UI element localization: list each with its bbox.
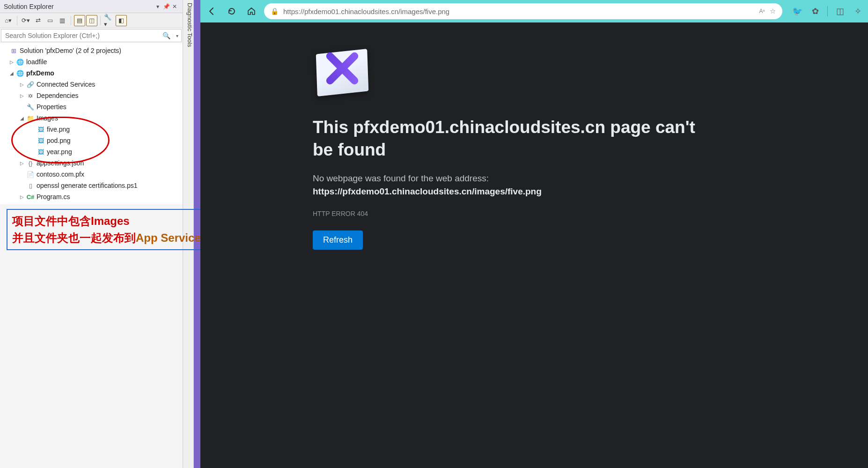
solution-explorer-toolbar: ⌂▾ ⟳▾ ⇄ ▭ ▥ ▤ ◫ 🔧▾ ◧ [0,13,183,28]
project-pfxdemo[interactable]: ◢ 🌐 pfxDemo [0,67,183,79]
broken-page-icon [313,46,374,97]
home-view-button[interactable]: ⌂▾ [3,15,14,26]
show-all-button[interactable]: ▥ [57,15,68,26]
expand-icon[interactable]: ▷ [19,93,25,98]
tree-item-label: Dependencies [37,92,79,99]
browser-toolbar: 🔒 https://pfxdemo01.chinacloudsites.cn/i… [200,0,868,22]
file-contoso-pfx[interactable]: ▷ 📄 contoso.com.pfx [0,169,183,180]
pane-divider[interactable] [194,0,200,468]
file-openssl-ps1[interactable]: ▷ ▯ openssl generate certifications.ps1 [0,180,183,191]
node-connected-services[interactable]: ▷ 🔗 Connected Services [0,79,183,90]
swap-button[interactable]: ⇄ [32,15,44,26]
address-bar[interactable]: 🔒 https://pfxdemo01.chinacloudsites.cn/i… [264,3,782,19]
tree-item-label: appsettings.json [37,159,84,167]
file-five-png[interactable]: ▷ 🖼 five.png [0,124,183,135]
error-url: https://pfxdemo01.chinacloudsites.cn/ima… [313,186,868,197]
favorite-star-icon[interactable]: ☆ [770,7,776,15]
arrow-left-icon [207,7,217,16]
search-dropdown-icon[interactable]: ▾ [173,33,181,38]
error-code: HTTP ERROR 404 [313,210,868,217]
node-properties[interactable]: ▷ 🔧 Properties [0,101,183,112]
toolbar-separator [17,16,17,25]
refresh-nav-button[interactable] [225,4,239,18]
image-file-icon: 🖼 [37,125,45,134]
image-file-icon: 🖼 [37,148,45,156]
error-subtitle: No webpage was found for the web address… [313,173,868,184]
track-button[interactable]: ◫ [86,15,97,26]
refresh-icon [227,7,236,16]
toolbar-separator [827,6,828,16]
tree-item-label: Images [37,114,58,122]
web-project-icon: 🌐 [16,58,24,66]
image-file-icon: 🖼 [37,136,45,145]
collections-icon[interactable]: ✧ [852,6,863,17]
csharp-file-icon: C# [26,193,35,201]
tree-item-label: pfxDemo [26,69,54,77]
node-dependencies[interactable]: ▷ ⛭ Dependencies [0,90,183,101]
tree-item-label: Connected Services [37,81,95,88]
tree-item-label: pod.png [47,137,71,144]
solution-explorer-header: Solution Explorer ▾ 📌 ✕ [0,0,183,13]
collapse-icon[interactable]: ◢ [8,71,15,76]
window-dropdown-icon[interactable]: ▾ [154,3,162,10]
toolbar-separator [71,16,71,25]
collapse-button[interactable]: ▭ [44,15,56,26]
annotation-line1: 项目文件中包含Images [12,215,130,227]
expand-icon[interactable]: ▷ [19,161,25,166]
sync-button[interactable]: ⟳▾ [20,15,31,26]
file-pod-png[interactable]: ▷ 🖼 pod.png [0,135,183,146]
read-aloud-icon[interactable]: Aⁿ [759,8,765,15]
solution-icon: ⊞ [9,46,18,55]
tree-item-label: Properties [37,103,66,111]
collapse-icon[interactable]: ◢ [19,116,25,121]
url-text: https://pfxdemo01.chinacloudsites.cn/ima… [283,7,755,15]
expand-icon[interactable]: ▷ [19,194,25,200]
close-icon[interactable]: ✕ [170,3,179,10]
expand-icon[interactable]: ▷ [8,59,15,65]
expand-icon[interactable]: ▷ [19,82,25,87]
wrench-icon: 🔧 [26,103,35,111]
tree-item-label: five.png [47,126,70,133]
split-screen-icon[interactable]: ◫ [834,6,846,17]
solution-explorer-title: Solution Explorer [4,3,154,10]
tree-item-label: year.png [47,148,72,156]
bird-extension-icon[interactable]: 🐦 [792,6,803,17]
back-button[interactable] [205,4,219,18]
browser-pane: 🔒 https://pfxdemo01.chinacloudsites.cn/i… [200,0,868,468]
search-icon[interactable]: 🔍 [160,32,173,39]
file-appsettings[interactable]: ▷ {} appsettings.json [0,157,183,169]
annotation-line2a: 并且文件夹也一起发布到 [12,231,136,244]
certificate-icon: 📄 [26,170,35,178]
toolbar-separator [100,16,101,25]
node-images-folder[interactable]: ◢ 📁 Images [0,112,183,124]
tree-item-label: contoso.com.pfx [37,171,84,178]
tree-item-label: loadfile [26,58,47,66]
project-loadfile[interactable]: ▷ 🌐 loadfile [0,56,183,67]
ps1-file-icon: ▯ [26,181,35,190]
tree-item-label: Program.cs [37,193,70,201]
dependencies-icon: ⛭ [26,91,35,100]
file-year-png[interactable]: ▷ 🖼 year.png [0,146,183,157]
solution-tree: ▷ ⊞ Solution 'pfxDemo' (2 of 2 projects)… [0,43,183,204]
error-title: This pfxdemo01.chinacloudsites.cn page c… [313,116,697,161]
tree-item-label: openssl generate certifications.ps1 [37,182,138,189]
preview-button[interactable]: ▤ [74,15,85,26]
extensions-icon[interactable]: ✿ [809,6,821,17]
search-input[interactable] [1,32,160,39]
diagnostic-tools-tab[interactable]: Diagnostic Tools [183,0,194,468]
solution-explorer-search[interactable]: 🔍 ▾ [1,29,182,42]
file-program-cs[interactable]: ▷ C# Program.cs [0,191,183,202]
highlight-button[interactable]: ◧ [116,15,127,26]
error-page-content: This pfxdemo01.chinacloudsites.cn page c… [200,22,868,468]
solution-node[interactable]: ▷ ⊞ Solution 'pfxDemo' (2 of 2 projects) [0,45,183,56]
web-project-icon: 🌐 [16,69,24,77]
properties-button[interactable]: 🔧▾ [103,15,115,26]
pin-icon[interactable]: 📌 [162,3,170,10]
connected-services-icon: 🔗 [26,80,35,89]
home-icon [247,7,256,16]
lock-icon: 🔒 [271,7,279,15]
solution-explorer-pane: Solution Explorer ▾ 📌 ✕ ⌂▾ ⟳▾ ⇄ ▭ ▥ ▤ ◫ … [0,0,183,468]
folder-icon: 📁 [26,114,35,122]
home-button[interactable] [244,4,258,18]
refresh-button[interactable]: Refresh [313,230,363,250]
